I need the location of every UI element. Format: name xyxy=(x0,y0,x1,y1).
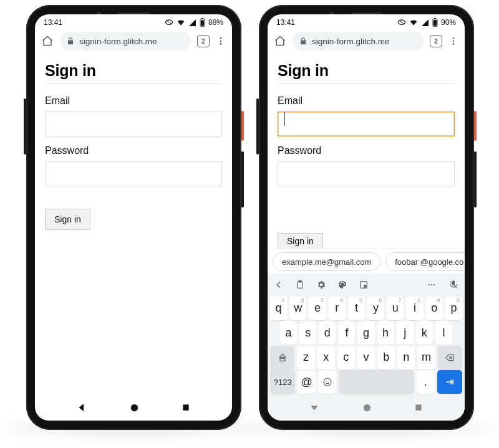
tabs-button[interactable]: 2 xyxy=(197,35,210,47)
mic-off-icon[interactable] xyxy=(448,280,458,290)
eye-off-icon xyxy=(165,18,173,27)
key-p[interactable]: p0 xyxy=(445,297,462,320)
key-d[interactable]: d xyxy=(319,321,336,345)
svg-point-14 xyxy=(453,41,455,42)
float-icon[interactable] xyxy=(359,280,369,290)
address-bar[interactable]: signin-form.glitch.me xyxy=(60,32,191,50)
sign-in-button[interactable]: Sign in xyxy=(45,209,90,230)
web-page: Sign in Email Password Sign in xyxy=(35,53,232,230)
key-t[interactable]: t5 xyxy=(348,297,365,320)
phone-right: 13:41 90% signin-form.glitch.me 2 xyxy=(259,5,474,430)
password-field[interactable] xyxy=(278,161,455,186)
email-field[interactable] xyxy=(45,112,222,136)
more-icon[interactable] xyxy=(426,280,437,290)
key-m[interactable]: m xyxy=(417,346,435,369)
email-label: Email xyxy=(45,95,222,107)
key-s[interactable]: s xyxy=(299,321,316,345)
key-y[interactable]: y6 xyxy=(367,297,384,320)
status-icons: 88% xyxy=(165,18,223,27)
key-o[interactable]: o9 xyxy=(426,297,443,320)
svg-rect-24 xyxy=(280,358,285,361)
key-a[interactable]: a xyxy=(280,321,297,345)
password-field[interactable] xyxy=(45,161,222,186)
home-icon[interactable] xyxy=(274,35,286,47)
key-symbols[interactable]: ?123 xyxy=(270,370,295,394)
keyboard-row-3: zxcvbnm xyxy=(268,345,465,370)
svg-point-5 xyxy=(220,41,222,42)
key-enter[interactable] xyxy=(437,370,462,394)
key-shift[interactable] xyxy=(270,346,294,369)
key-n[interactable]: n xyxy=(397,346,415,369)
signal-icon xyxy=(421,19,429,27)
web-page: Sign in Email Password Sign in xyxy=(268,53,465,249)
svg-rect-8 xyxy=(183,404,188,410)
key-j[interactable]: j xyxy=(397,321,414,345)
svg-point-4 xyxy=(220,37,222,39)
home-icon[interactable] xyxy=(41,35,54,47)
svg-rect-2 xyxy=(201,18,203,19)
key-emoji[interactable] xyxy=(318,370,336,394)
svg-rect-19 xyxy=(364,285,367,288)
side-button xyxy=(241,151,244,207)
key-x[interactable]: x xyxy=(317,346,335,369)
status-icons: 90% xyxy=(397,18,456,27)
svg-point-13 xyxy=(453,37,455,39)
nav-hide-keyboard-icon[interactable] xyxy=(309,402,320,413)
nav-recent-icon[interactable] xyxy=(414,403,424,412)
key-c[interactable]: c xyxy=(337,346,355,369)
key-v[interactable]: v xyxy=(357,346,375,369)
nav-home-icon[interactable] xyxy=(362,403,372,413)
status-bar: 13:41 90% xyxy=(268,14,465,29)
gear-icon[interactable] xyxy=(316,280,326,290)
wifi-icon xyxy=(409,18,418,27)
address-bar[interactable]: signin-form.glitch.me xyxy=(293,32,424,50)
key-q[interactable]: q1 xyxy=(270,297,287,320)
lock-icon xyxy=(299,37,308,45)
page-title: Sign in xyxy=(278,62,455,80)
tabs-button[interactable]: 2 xyxy=(430,35,442,47)
key-g[interactable]: g xyxy=(357,321,374,345)
svg-point-15 xyxy=(453,43,455,45)
kebab-menu-icon[interactable] xyxy=(448,36,458,46)
key-h[interactable]: h xyxy=(377,321,394,345)
soft-keyboard: q1w2e3r4t5y6u7i8o9p0 asdfghjkl zxcvbnm ?… xyxy=(268,274,465,394)
key-w[interactable]: w2 xyxy=(289,297,306,320)
key-i[interactable]: i8 xyxy=(406,297,423,320)
email-field[interactable] xyxy=(278,112,455,136)
key-u[interactable]: u7 xyxy=(387,297,404,320)
power-button-accent xyxy=(241,111,244,141)
autofill-chip[interactable]: example.me@gmail.com xyxy=(273,252,380,271)
key-f[interactable]: f xyxy=(338,321,355,345)
sign-in-button[interactable]: Sign in xyxy=(278,233,323,249)
svg-rect-12 xyxy=(434,20,437,26)
android-navbar xyxy=(35,394,232,421)
keyboard-row-1: q1w2e3r4t5y6u7i8o9p0 xyxy=(268,296,465,321)
key-l[interactable]: l xyxy=(435,321,452,345)
chevron-left-icon[interactable] xyxy=(274,280,284,290)
palette-icon[interactable] xyxy=(337,280,347,290)
key-space[interactable] xyxy=(339,370,414,394)
autofill-chip[interactable]: foobar @google.co xyxy=(385,252,465,271)
nav-recent-icon[interactable] xyxy=(181,403,191,412)
signal-icon xyxy=(188,19,196,27)
key-at[interactable]: @ xyxy=(298,370,316,394)
key-b[interactable]: b xyxy=(377,346,395,369)
key-backspace[interactable] xyxy=(438,346,462,369)
svg-point-21 xyxy=(431,284,432,285)
key-period[interactable]: . xyxy=(417,370,435,394)
clock: 13:41 xyxy=(44,18,62,27)
key-e[interactable]: e3 xyxy=(309,297,326,320)
key-r[interactable]: r4 xyxy=(329,297,346,320)
screen-left: 13:41 88% signin-form.glitch.me 2 xyxy=(35,14,232,421)
clipboard-icon[interactable] xyxy=(295,280,305,290)
key-k[interactable]: k xyxy=(416,321,433,345)
password-label: Password xyxy=(278,145,455,156)
nav-back-icon[interactable] xyxy=(76,402,87,413)
password-label: Password xyxy=(45,145,222,156)
volume-button xyxy=(24,98,26,155)
nav-home-icon[interactable] xyxy=(129,403,140,413)
tabs-count: 2 xyxy=(434,38,438,45)
key-z[interactable]: z xyxy=(297,346,314,369)
kebab-menu-icon[interactable] xyxy=(216,36,226,46)
email-label: Email xyxy=(278,95,455,107)
